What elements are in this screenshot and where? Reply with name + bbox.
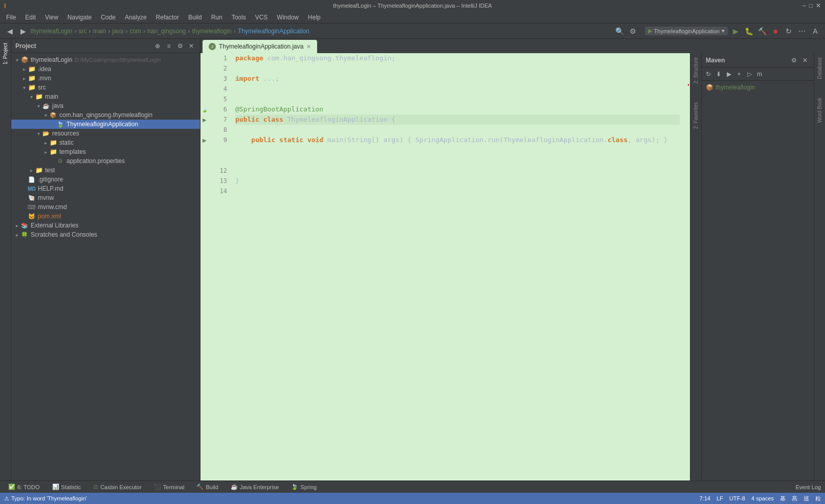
menu-window[interactable]: Window	[273, 13, 303, 22]
tab-main-class[interactable]: J ThymeleafloginApplication.java ✕	[203, 40, 317, 53]
maven-download-icon[interactable]: ⬇	[714, 70, 723, 79]
stop-button[interactable]: ■	[770, 26, 781, 37]
minimize-button[interactable]: –	[802, 2, 806, 9]
menu-build[interactable]: Build	[184, 13, 206, 22]
maven-play-icon[interactable]: ▷	[745, 70, 754, 79]
close-button[interactable]: ✕	[816, 2, 821, 9]
breadcrumb-han[interactable]: han_qingsong	[147, 28, 186, 35]
module-icon: 📦	[20, 56, 29, 64]
maven-item-thymeleaflogin[interactable]: 📦 thymeleaflogin	[706, 83, 810, 92]
tree-item-mvnwcmd[interactable]: ⌨ mvnw.cmd	[11, 202, 200, 212]
menu-analyze[interactable]: Analyze	[121, 13, 151, 22]
run-config-name[interactable]: ThymeleafloginApplication	[654, 28, 720, 34]
forward-button[interactable]: ▶	[17, 26, 29, 37]
bottom-tab-terminal[interactable]: ⬛ Terminal	[150, 483, 189, 491]
bottom-tab-statistic[interactable]: 📊 Statistic	[48, 483, 85, 491]
sync-button[interactable]: ↻	[783, 26, 794, 37]
menu-vcs[interactable]: VCS	[251, 13, 272, 22]
breadcrumb-main[interactable]: main	[93, 28, 106, 35]
run-button[interactable]: ▶	[730, 26, 741, 37]
maximize-button[interactable]: □	[809, 2, 813, 9]
tab-close-button[interactable]: ✕	[306, 43, 311, 50]
run-config-dropdown[interactable]: ▾	[722, 28, 725, 34]
maven-hide-icon[interactable]: ✕	[800, 56, 810, 65]
tree-item-main-class[interactable]: 🍃 ThymeleafloginApplication	[11, 120, 200, 129]
tree-item-appprops[interactable]: ⚙ application.properties	[11, 156, 200, 166]
vtab-project[interactable]: 1: Project	[1, 39, 10, 68]
breadcrumb-project[interactable]: thymeleafLogin	[31, 28, 72, 35]
breadcrumb-java[interactable]: java	[112, 28, 123, 35]
menu-run[interactable]: Run	[207, 13, 227, 22]
bottom-tab-java-enterprise[interactable]: ☕ Java Enterprise	[227, 483, 283, 491]
status-lf[interactable]: LF	[717, 495, 723, 501]
menu-code[interactable]: Code	[97, 13, 120, 22]
menu-help[interactable]: Help	[304, 13, 325, 22]
menu-tools[interactable]: Tools	[228, 13, 250, 22]
vtab-favorites[interactable]: 2: Favorites	[692, 98, 700, 133]
status-position[interactable]: 7:14	[700, 495, 710, 501]
nav-settings-icon[interactable]: ⚙	[628, 26, 639, 37]
menu-edit[interactable]: Edit	[21, 13, 40, 22]
menu-navigate[interactable]: Navigate	[63, 13, 96, 22]
tree-item-idea[interactable]: ▸ 📁 .idea	[11, 64, 200, 74]
maven-refresh-icon[interactable]: ↻	[704, 70, 713, 79]
tree-item-scratches[interactable]: ▸ 🍀 Scratches and Consoles	[11, 230, 200, 239]
maven-add-icon[interactable]: +	[734, 70, 744, 79]
vtab-database[interactable]: Database	[815, 53, 824, 83]
status-warning-item[interactable]: ⚠ Typo: In word 'Thymeleaflogin'	[4, 495, 87, 502]
tree-item-templates[interactable]: ▸ 📁 templates	[11, 147, 200, 156]
menu-refactor[interactable]: Refactor	[152, 13, 183, 22]
tree-item-pom[interactable]: 🐱 pom.xml	[11, 212, 200, 221]
tree-item-ext-libs[interactable]: ▸ 📚 External Libraries	[11, 221, 200, 230]
panel-hide-icon[interactable]: ✕	[187, 41, 196, 51]
panel-locate-icon[interactable]: ⊕	[153, 41, 162, 51]
bottom-tab-todo[interactable]: ✅ 6: TODO	[4, 483, 44, 491]
tree-item-package[interactable]: ▾ 📦 com.han_qingsong.thymeleaflogin	[11, 110, 200, 120]
breadcrumb-class[interactable]: ThymeleafloginApplication	[238, 28, 309, 35]
bottom-tab-casbin[interactable]: ⚖ Casbin Executor	[89, 483, 146, 491]
bottom-tab-spring[interactable]: 🍃 Spring	[287, 483, 321, 491]
back-button[interactable]: ◀	[4, 26, 15, 37]
tree-label-java: java	[52, 102, 63, 109]
nav-search-icon[interactable]: 🔍	[614, 26, 626, 37]
tree-item-test[interactable]: ▸ 📁 test	[11, 166, 200, 175]
spring-label: Spring	[300, 484, 317, 490]
breadcrumb-com[interactable]: com	[129, 28, 141, 35]
maven-skip-icon[interactable]: m	[755, 70, 764, 79]
tree-item-mvn[interactable]: ▸ 📁 .mvn	[11, 74, 200, 83]
build-button[interactable]: 🔨	[756, 26, 768, 37]
tree-item-mvnw[interactable]: 🐚 mvnw	[11, 193, 200, 202]
bottom-tab-build[interactable]: 🔨 Build	[192, 483, 222, 491]
gutter-run-icon-class[interactable]: ▶	[200, 114, 209, 125]
maven-run-icon[interactable]: ▶	[724, 70, 733, 79]
tree-item-help[interactable]: MD HELP.md	[11, 184, 200, 193]
gutter-springboot-icon[interactable]: 🍃	[200, 104, 209, 114]
code-editor[interactable]: 🍃 ▶ ▶ 1 2 3 4 5 6 7 8 9	[200, 53, 690, 480]
status-indent[interactable]: 4 spaces	[751, 495, 774, 501]
tree-item-static[interactable]: ▸ 📁 static	[11, 138, 200, 147]
code-content[interactable]: package com.han_qingsong.thymeleaflogin;…	[231, 53, 684, 480]
status-encoding[interactable]: UTF-8	[729, 495, 745, 501]
menu-view[interactable]: View	[41, 13, 62, 22]
tree-item-src[interactable]: ▾ 📁 src	[11, 83, 200, 92]
md-icon: MD	[28, 185, 36, 193]
breadcrumb-thymeleaflogin[interactable]: thymeleaflogin	[192, 28, 232, 35]
tree-item-java[interactable]: ▾ ☕ java	[11, 101, 200, 110]
maven-settings-icon[interactable]: ⚙	[789, 56, 798, 65]
debug-button[interactable]: 🐛	[743, 26, 754, 37]
tree-item-gitignore[interactable]: 📄 .gitignore	[11, 175, 200, 184]
vtab-structure[interactable]: 2: Structure	[692, 53, 700, 88]
panel-collapse-icon[interactable]: ≡	[164, 41, 173, 51]
panel-settings-icon[interactable]: ⚙	[175, 41, 185, 51]
tree-item-resources[interactable]: ▾ 📂 resources	[11, 129, 200, 138]
menu-file[interactable]: File	[2, 13, 20, 22]
event-log-button[interactable]: Event Log	[795, 484, 821, 490]
more-button[interactable]: ⋯	[796, 26, 808, 37]
translate-icon[interactable]: A	[810, 26, 821, 37]
tree-item-main[interactable]: ▾ 📁 main	[11, 92, 200, 101]
editor-scrollbar[interactable]	[684, 53, 690, 480]
vtab-wordbook[interactable]: Word Book	[815, 94, 824, 127]
gutter-run-icon-main[interactable]: ▶	[200, 135, 209, 145]
breadcrumb-src[interactable]: src	[78, 28, 86, 35]
tree-item-root[interactable]: ▾ 📦 thymeleafLogin D:\MyCode\project\thy…	[11, 55, 200, 64]
